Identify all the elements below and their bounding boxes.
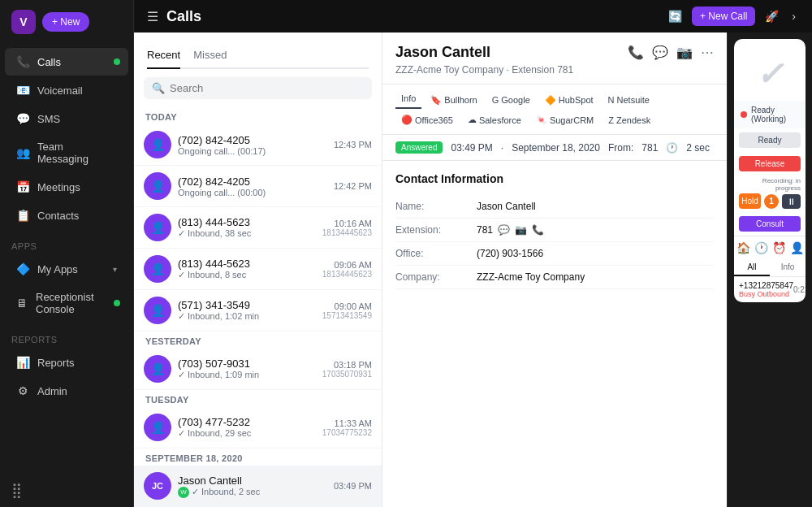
tab-info[interactable]: Info <box>395 91 421 109</box>
video-icon[interactable]: 📷 <box>676 45 693 60</box>
call-info: (813) 444-5623 ✓ Inbound, 38 sec <box>178 216 316 239</box>
receptionist-icon: 🖥 <box>16 297 28 310</box>
tab-bullhorn[interactable]: 🔖 Bullhorn <box>425 93 482 108</box>
sidebar-item-calls[interactable]: 📞 Calls <box>5 48 128 76</box>
list-item[interactable]: 👤 (703) 507-9031 ✓ Inbound, 1:09 min 03:… <box>134 349 382 390</box>
sidebar-item-contacts[interactable]: 📋 Contacts <box>5 202 128 229</box>
sidebar-logo: V + New <box>0 0 133 44</box>
release-button[interactable]: Release <box>739 156 801 171</box>
call-date: September 18, 2020 <box>512 142 600 154</box>
widget-btn-row-3: Hold 1 ⏸ <box>734 193 806 212</box>
top-header: ☰ Calls 🔄 + New Call 🚀 › <box>134 0 812 32</box>
call-info: (571) 341-3549 ✓ Inbound, 1:02 min <box>178 299 316 322</box>
list-item[interactable]: 👤 (813) 444-5623 ✓ Inbound, 38 sec 10:16… <box>134 207 382 249</box>
refresh-icon[interactable]: 🔄 <box>665 6 685 26</box>
rocket-icon[interactable]: 🚀 <box>762 6 782 26</box>
field-value: Jason Cantell <box>477 201 536 212</box>
contact-name: Jason Cantell <box>395 44 490 61</box>
list-item[interactable]: 👤 (813) 444-5623 ✓ Inbound, 8 sec 09:06 … <box>134 249 382 290</box>
sidebar-item-receptionist-console[interactable]: 🖥 Receptionist Console <box>5 284 128 323</box>
chat-icon[interactable]: 💬 <box>652 45 668 60</box>
call-time-meta: 03:49 PM <box>451 142 492 154</box>
tab-netsuite[interactable]: N Netsuite <box>603 93 655 107</box>
list-item[interactable]: 👤 (703) 477-5232 ✓ Inbound, 29 sec 11:33… <box>134 407 382 448</box>
widget-tab-all[interactable]: All <box>734 259 770 276</box>
search-box[interactable]: 🔍 <box>144 77 372 99</box>
sidebar-item-my-apps[interactable]: 🔷 My Apps ▾ <box>5 255 128 283</box>
tab-office365[interactable]: 🔴 Office365 <box>395 112 459 128</box>
date-label-tuesday: TUESDAY <box>134 390 382 407</box>
consult-button[interactable]: Consult <box>739 216 801 232</box>
person-icon[interactable]: 👤 <box>790 241 804 254</box>
more-icon[interactable]: ⋯ <box>701 45 714 60</box>
clock-icon-2[interactable]: ⏰ <box>772 241 786 254</box>
calls-icon: 📞 <box>16 55 29 68</box>
tab-salesforce[interactable]: ☁ Salesforce <box>462 112 527 128</box>
hold-button[interactable]: Hold <box>739 193 761 209</box>
tab-zendesk[interactable]: Z Zendesk <box>603 113 656 128</box>
sidebar-item-meetings[interactable]: 📅 Meetings <box>5 173 128 201</box>
widget-status-bar: Ready (Working) <box>734 101 806 128</box>
widget-tab-info[interactable]: Info <box>770 259 806 276</box>
detail-name-row: Jason Cantell 📞 💬 📷 ⋯ <box>395 44 714 61</box>
sidebar-item-admin[interactable]: ⚙ Admin <box>5 377 128 405</box>
call-time-block: 09:00 AM 15713413549 <box>322 301 372 320</box>
reports-section-label: Reports <box>0 323 133 348</box>
apps-section-label: Apps <box>0 230 133 254</box>
reports-icon: 📊 <box>16 356 29 369</box>
call-meta-bar: Answered 03:49 PM · September 18, 2020 F… <box>382 135 727 161</box>
phone-icon[interactable]: 📞 <box>532 224 544 236</box>
tab-recent[interactable]: Recent <box>147 44 180 69</box>
chat-icon[interactable]: 💬 <box>498 224 510 236</box>
ready-button[interactable]: Ready <box>739 132 801 148</box>
field-label: Company: <box>395 271 477 283</box>
tab-sugarcrm[interactable]: 🍬 SugarCRM <box>530 112 599 128</box>
clock-icon[interactable]: 🕐 <box>754 241 768 254</box>
call-entry-time: 0:22 <box>793 285 806 294</box>
sidebar-item-label: My Apps <box>37 263 78 275</box>
home-icon[interactable]: 🏠 <box>736 241 750 254</box>
new-button[interactable]: + New <box>42 12 89 32</box>
list-item[interactable]: 👤 (702) 842-4205 Ongoing call... (00:17)… <box>134 124 382 166</box>
sidebar: V + New 📞 Calls 📧 Voicemail 💬 SMS 👥 Team… <box>0 0 134 507</box>
call-number: (702) 842-4205 <box>178 176 327 188</box>
field-value: 781 💬 📷 📞 <box>477 224 544 236</box>
list-item[interactable]: 👤 (571) 341-3549 ✓ Inbound, 1:02 min 09:… <box>134 290 382 332</box>
search-input[interactable] <box>170 82 364 94</box>
tab-hubspot[interactable]: 🔶 HubSpot <box>539 93 599 108</box>
call-time-block: 09:06 AM 18134445623 <box>322 260 372 279</box>
hamburger-icon[interactable]: ☰ <box>147 9 158 24</box>
sidebar-item-sms[interactable]: 💬 SMS <box>5 105 128 132</box>
phone-icon[interactable]: 📞 <box>628 45 644 60</box>
page-title: Calls <box>166 8 201 25</box>
call-number: Jason Cantell <box>178 474 327 487</box>
widget-nav: 🏠 🕐 ⏰ 👤 <box>734 236 806 259</box>
field-label: Extension: <box>395 224 477 236</box>
v-logo: ✓ <box>756 55 784 93</box>
avatar: 👤 <box>144 172 171 200</box>
sidebar-item-voicemail[interactable]: 📧 Voicemail <box>5 76 128 104</box>
widget-logo: ✓ <box>734 39 806 101</box>
video-icon[interactable]: 📷 <box>515 224 527 236</box>
list-item[interactable]: 👤 (702) 842-4205 Ongoing call... (00:00)… <box>134 166 382 207</box>
tab-missed[interactable]: Missed <box>193 44 227 69</box>
detail-actions: 📞 💬 📷 ⋯ <box>628 45 714 60</box>
list-item[interactable]: JC Jason Cantell W ✓ Inbound, 2 sec 03:4… <box>134 466 382 507</box>
separator: · <box>501 142 503 154</box>
pause-button[interactable]: ⏸ <box>782 194 801 209</box>
call-sub: ✓ Inbound, 8 sec <box>178 270 316 280</box>
call-info: (703) 477-5232 ✓ Inbound, 29 sec <box>178 416 316 439</box>
header-left: ☰ Calls <box>147 8 201 25</box>
tab-google[interactable]: G Google <box>486 93 536 107</box>
sidebar-item-team-messaging[interactable]: 👥 Team Messaging <box>5 133 128 172</box>
call-entry-right: 0:22 i <box>793 284 806 296</box>
chevron-right-icon[interactable]: › <box>788 6 799 26</box>
recording-label: Recording: in progress <box>734 176 806 193</box>
header-right: 🔄 + New Call 🚀 › <box>665 6 799 26</box>
calls-status-dot <box>114 58 120 65</box>
grid-icon[interactable]: ⣿ <box>11 482 22 498</box>
sidebar-item-reports[interactable]: 📊 Reports <box>5 349 128 376</box>
info-row-office: Office: (720) 903-1566 <box>395 242 714 266</box>
status-text: Ready (Working) <box>751 106 799 124</box>
new-call-button[interactable]: + New Call <box>692 6 755 26</box>
